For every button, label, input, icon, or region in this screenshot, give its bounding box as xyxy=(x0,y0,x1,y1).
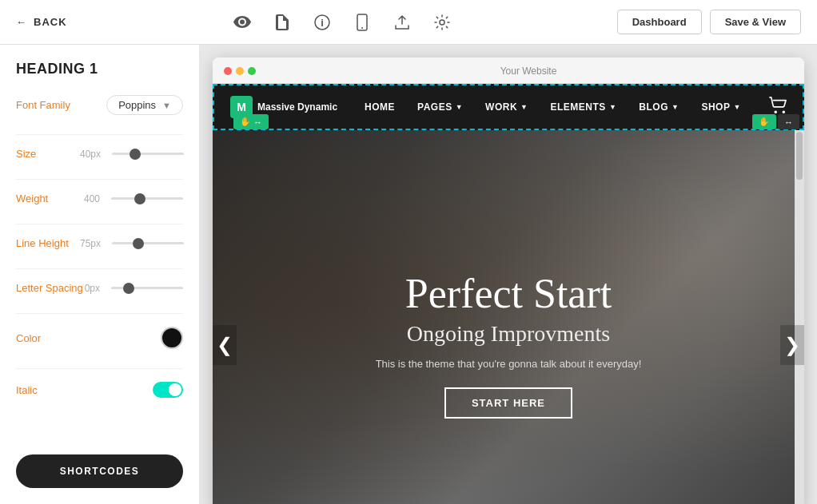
divider-6 xyxy=(16,368,183,369)
svg-point-3 xyxy=(361,27,363,29)
weight-slider-group: 400 xyxy=(80,193,183,204)
file-icon[interactable] xyxy=(269,10,295,35)
nav-blog-label: BLOG xyxy=(639,101,668,113)
hero-cta-button[interactable]: START HERE xyxy=(444,387,572,419)
scrollbar[interactable] xyxy=(795,130,804,504)
eye-icon[interactable] xyxy=(229,10,255,35)
back-button[interactable]: ← BACK xyxy=(16,16,67,28)
carousel-prev-button[interactable]: ❮ xyxy=(213,325,237,365)
nav-links: HOME PAGES ▼ WORK ▼ ELEMENTS ▼ xyxy=(353,84,769,130)
weight-row: Weight 400 xyxy=(16,192,183,204)
nav-edit-btn-hand[interactable]: ✋ ↔ xyxy=(233,114,269,129)
size-value: 40px xyxy=(80,149,101,160)
italic-toggle-container xyxy=(153,382,183,398)
nav-home[interactable]: HOME xyxy=(353,84,406,130)
divider-5 xyxy=(16,313,183,314)
toolbar-icons: i xyxy=(229,10,455,35)
dashboard-button[interactable]: Dashboard xyxy=(617,10,702,34)
hero-subtitle: Ongoing Improvments xyxy=(376,321,642,347)
nav-pages-label: PAGES xyxy=(417,101,452,113)
export-icon[interactable] xyxy=(389,10,415,35)
browser-chrome: Your Website xyxy=(213,58,804,84)
arrows-right-icon: ↔ xyxy=(784,117,793,127)
letter-spacing-row: Letter Spacing 0px xyxy=(16,282,183,294)
font-family-label: Font Family xyxy=(16,99,80,111)
browser-mockup: Your Website M Massive Dynamic HOME xyxy=(213,58,804,504)
nav-work-label: WORK xyxy=(485,101,517,113)
close-dot xyxy=(224,67,232,75)
chevron-down-icon: ▼ xyxy=(162,101,171,110)
site-navbar: M Massive Dynamic HOME PAGES ▼ WORK xyxy=(213,84,804,130)
nav-edit-buttons-left: ✋ ↔ xyxy=(233,114,269,129)
shortcodes-button[interactable]: SHORTCODES xyxy=(16,454,183,488)
svg-point-4 xyxy=(440,20,444,25)
settings-icon[interactable] xyxy=(429,10,455,35)
italic-label: Italic xyxy=(16,384,80,396)
italic-toggle[interactable] xyxy=(153,382,183,398)
svg-text:i: i xyxy=(321,17,324,29)
hand-icon: ✋ xyxy=(240,117,251,127)
logo-text: Massive Dynamic xyxy=(257,101,337,113)
nav-blog[interactable]: BLOG ▼ xyxy=(628,84,690,130)
browser-url-bar: Your Website xyxy=(264,65,793,77)
font-family-value: Poppins xyxy=(118,99,156,111)
panel-title: HEADING 1 xyxy=(16,61,183,77)
weight-value: 400 xyxy=(84,193,100,204)
line-height-row: Line Height 75px xyxy=(16,237,183,249)
nav-home-label: HOME xyxy=(365,101,395,113)
divider-3 xyxy=(16,224,183,224)
carousel-next-button[interactable]: ❯ xyxy=(780,325,804,365)
size-label: Size xyxy=(16,148,80,160)
nav-work[interactable]: WORK ▼ xyxy=(474,84,539,130)
nav-edit-btn-arrows-right[interactable]: ↔ xyxy=(778,114,799,129)
minimize-dot xyxy=(236,67,244,75)
line-height-value: 75px xyxy=(80,238,101,249)
preview-area: Your Website M Massive Dynamic HOME xyxy=(200,45,817,504)
nav-edit-btn-hand-right[interactable]: ✋ xyxy=(752,114,776,129)
letter-spacing-label: Letter Spacing xyxy=(16,282,83,294)
size-row: Size 40px xyxy=(16,148,183,160)
nav-shop[interactable]: SHOP ▼ xyxy=(690,84,751,130)
left-panel: HEADING 1 Font Family Poppins ▼ Size 40p… xyxy=(0,45,200,504)
nav-elements-arrow: ▼ xyxy=(609,103,616,111)
main-layout: HEADING 1 Font Family Poppins ▼ Size 40p… xyxy=(0,45,817,504)
save-view-button[interactable]: Save & View xyxy=(710,10,801,34)
info-icon[interactable]: i xyxy=(309,10,335,35)
color-row: Color xyxy=(16,327,183,349)
line-height-slider-group: 75px xyxy=(80,238,184,249)
weight-label: Weight xyxy=(16,192,80,204)
nav-shop-label: SHOP xyxy=(701,101,730,113)
browser-content: M Massive Dynamic HOME PAGES ▼ WORK xyxy=(213,84,804,504)
hero-title: Perfect Start xyxy=(376,271,642,316)
font-family-dropdown[interactable]: Poppins ▼ xyxy=(106,95,183,115)
back-arrow-icon: ← xyxy=(16,16,27,28)
weight-slider[interactable] xyxy=(111,197,183,200)
hero-content: Perfect Start Ongoing Improvments This i… xyxy=(360,255,658,435)
top-bar-actions: Dashboard Save & View xyxy=(617,10,801,34)
toggle-knob xyxy=(169,383,181,396)
divider-4 xyxy=(16,268,183,269)
italic-row: Italic xyxy=(16,382,183,398)
nav-pages[interactable]: PAGES ▼ xyxy=(406,84,474,130)
color-swatch[interactable] xyxy=(161,327,183,349)
font-family-row: Font Family Poppins ▼ xyxy=(16,95,183,115)
line-height-slider[interactable] xyxy=(112,242,184,244)
scrollbar-thumb xyxy=(796,132,803,180)
color-label: Color xyxy=(16,332,80,344)
site-hero: Perfect Start Ongoing Improvments This i… xyxy=(213,130,804,504)
size-slider-group: 40px xyxy=(80,149,184,160)
hand-right-icon: ✋ xyxy=(759,117,770,126)
divider-1 xyxy=(16,134,183,135)
letter-spacing-slider[interactable] xyxy=(111,287,183,289)
arrows-icon: ↔ xyxy=(253,117,262,127)
nav-pages-arrow: ▼ xyxy=(456,103,463,111)
letter-spacing-value: 0px xyxy=(85,283,100,294)
nav-elements[interactable]: ELEMENTS ▼ xyxy=(540,84,628,130)
mobile-icon[interactable] xyxy=(349,10,375,35)
top-bar: ← BACK i xyxy=(0,0,817,45)
nav-edit-buttons-right: ✋ ↔ xyxy=(752,114,799,129)
browser-traffic-lights xyxy=(224,67,256,75)
back-label: BACK xyxy=(34,16,67,28)
divider-2 xyxy=(16,179,183,180)
size-slider[interactable] xyxy=(112,153,184,155)
